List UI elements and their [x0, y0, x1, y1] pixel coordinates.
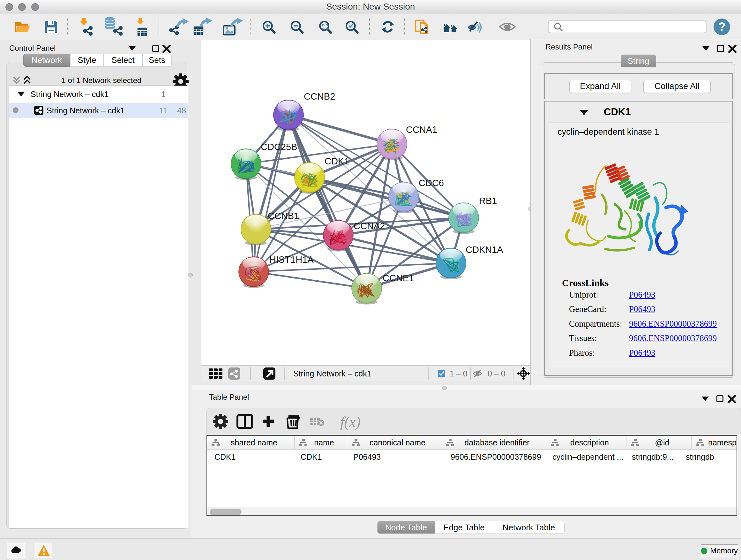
svg-text:CCNA1: CCNA1	[406, 125, 437, 135]
svg-text:HIST1H1A: HIST1H1A	[269, 254, 314, 265]
svg-text:?: ?	[718, 20, 725, 34]
svg-text:CCNB2: CCNB2	[304, 91, 335, 102]
svg-text:CDC25B: CDC25B	[261, 142, 297, 152]
svg-text:String Network – cdk1: String Network – cdk1	[293, 369, 372, 378]
svg-text:0 – 0: 0 – 0	[488, 369, 506, 378]
svg-text:CDC6: CDC6	[419, 178, 444, 188]
svg-text:CCNE1: CCNE1	[383, 273, 414, 283]
svg-text:CCNA2: CCNA2	[354, 221, 385, 231]
svg-text:RB1: RB1	[479, 196, 497, 206]
svg-text:f(x): f(x)	[340, 414, 360, 430]
svg-text:1 – 0: 1 – 0	[450, 369, 468, 378]
svg-text:CDKN1A: CDKN1A	[466, 245, 503, 255]
svg-text:CCNB1: CCNB1	[268, 211, 299, 221]
svg-text:CDK1: CDK1	[325, 156, 349, 166]
